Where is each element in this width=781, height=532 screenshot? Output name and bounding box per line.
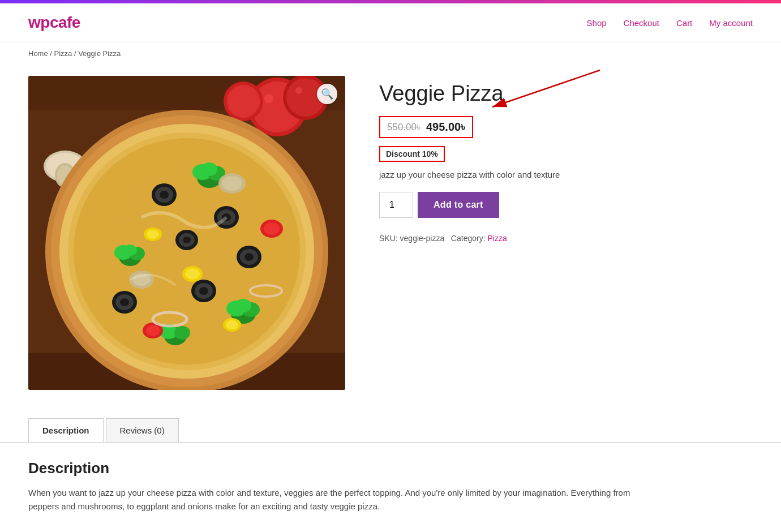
svg-point-42 — [160, 191, 169, 199]
product-section: 🔍 Veggie Pizza 550.00৳ 495.00৳ Discount … — [0, 65, 781, 413]
svg-point-39 — [174, 326, 190, 340]
svg-point-10 — [227, 85, 260, 118]
zoom-button[interactable]: 🔍 — [317, 84, 337, 104]
product-title: Veggie Pizza — [379, 81, 753, 106]
sku-label: SKU: — [379, 234, 398, 243]
svg-point-28 — [201, 162, 217, 176]
category-link[interactable]: Pizza — [487, 234, 507, 243]
description-body: When you want to jazz up your cheese piz… — [28, 486, 651, 513]
svg-point-59 — [185, 268, 200, 280]
pizza-background — [28, 76, 345, 390]
svg-point-61 — [147, 230, 159, 239]
product-image-wrap: 🔍 — [28, 76, 345, 390]
product-details: Veggie Pizza 550.00৳ 495.00৳ Discount 10… — [379, 76, 753, 243]
sku-value: veggie-pizza — [400, 234, 445, 243]
add-to-cart-row: Add to cart — [379, 192, 753, 218]
tab-description[interactable]: Description — [28, 418, 104, 442]
svg-point-51 — [199, 287, 208, 295]
tab-reviews[interactable]: Reviews (0) — [106, 418, 179, 442]
nav-my-account[interactable]: My account — [709, 18, 753, 28]
price-new: 495.00৳ — [426, 121, 465, 134]
svg-point-54 — [244, 253, 254, 261]
site-header: wpcafe Shop Checkout Cart My account — [0, 3, 781, 42]
svg-point-12 — [295, 87, 302, 94]
quantity-input[interactable] — [379, 192, 413, 218]
product-description: jazz up your cheese pizza with color and… — [379, 170, 753, 179]
nav-cart[interactable]: Cart — [676, 18, 692, 28]
svg-point-48 — [120, 298, 129, 306]
description-section: Description When you want to jazz up you… — [0, 443, 781, 532]
svg-point-36 — [235, 299, 251, 312]
nav-shop[interactable]: Shop — [587, 18, 607, 28]
product-tabs: Description Reviews (0) — [0, 413, 781, 443]
add-to-cart-button[interactable]: Add to cart — [418, 192, 499, 218]
discount-badge: Discount 10% — [379, 146, 445, 162]
svg-point-63 — [226, 320, 238, 329]
svg-point-65 — [264, 222, 280, 235]
svg-point-11 — [264, 94, 273, 103]
svg-point-32 — [123, 244, 137, 256]
category-label: Category: — [451, 234, 486, 243]
price-old: 550.00৳ — [387, 122, 420, 133]
description-heading: Description — [28, 460, 753, 477]
svg-point-69 — [222, 176, 242, 191]
zoom-icon: 🔍 — [321, 88, 333, 100]
product-meta: SKU: veggie-pizza Category: Pizza — [379, 234, 753, 243]
price-box: 550.00৳ 495.00৳ — [379, 116, 473, 138]
site-logo[interactable]: wpcafe — [28, 14, 80, 32]
nav-checkout[interactable]: Checkout — [624, 18, 659, 28]
svg-point-57 — [183, 237, 191, 243]
main-nav: Shop Checkout Cart My account — [587, 18, 753, 28]
product-image: 🔍 — [28, 76, 345, 390]
pizza-illustration — [28, 76, 345, 390]
breadcrumb: Home / Pizza / Veggie Pizza — [0, 42, 781, 65]
svg-point-67 — [146, 325, 160, 336]
